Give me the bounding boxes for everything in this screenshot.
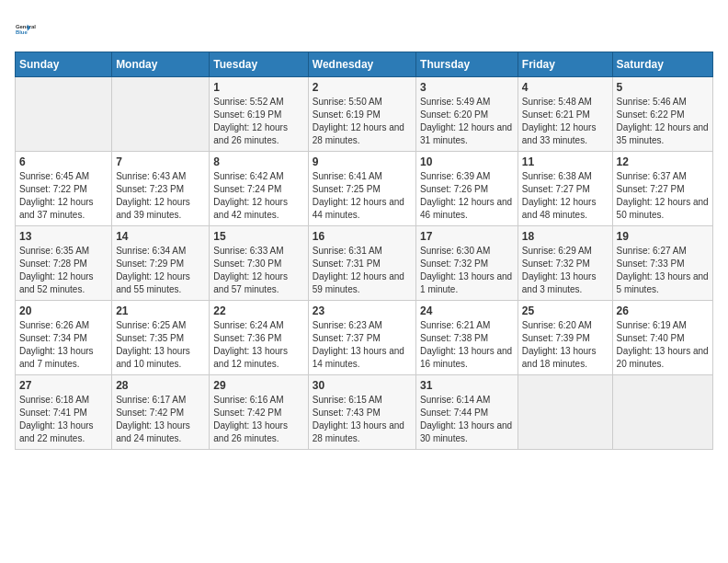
day-info: Sunrise: 5:46 AMSunset: 6:22 PMDaylight:… [617, 96, 709, 147]
day-info: Sunrise: 6:31 AMSunset: 7:31 PMDaylight:… [313, 245, 412, 296]
day-info: Sunrise: 6:39 AMSunset: 7:26 PMDaylight:… [420, 170, 514, 222]
logo: General Blue [15, 15, 44, 44]
day-cell: 10Sunrise: 6:39 AMSunset: 7:26 PMDayligh… [416, 152, 518, 226]
day-info: Sunrise: 6:43 AMSunset: 7:23 PMDaylight:… [116, 170, 205, 222]
day-info: Sunrise: 6:45 AMSunset: 7:22 PMDaylight:… [19, 170, 108, 222]
day-cell: 22Sunrise: 6:24 AMSunset: 7:36 PMDayligh… [210, 301, 308, 375]
day-number: 14 [116, 230, 205, 243]
day-info: Sunrise: 6:18 AMSunset: 7:41 PMDaylight:… [19, 394, 108, 445]
day-cell: 8Sunrise: 6:42 AMSunset: 7:24 PMDaylight… [210, 152, 308, 226]
header-row: SundayMondayTuesdayWednesdayThursdayFrid… [16, 52, 713, 77]
day-number: 10 [420, 155, 514, 168]
day-cell: 31Sunrise: 6:14 AMSunset: 7:44 PMDayligh… [416, 375, 518, 450]
day-info: Sunrise: 5:52 AMSunset: 6:19 PMDaylight:… [213, 96, 303, 147]
day-info: Sunrise: 6:19 AMSunset: 7:40 PMDaylight:… [617, 319, 709, 371]
day-cell: 30Sunrise: 6:15 AMSunset: 7:43 PMDayligh… [308, 375, 415, 450]
day-info: Sunrise: 6:33 AMSunset: 7:30 PMDaylight:… [213, 245, 303, 296]
header-cell-friday: Friday [518, 52, 612, 77]
day-cell: 23Sunrise: 6:23 AMSunset: 7:37 PMDayligh… [308, 301, 415, 375]
day-number: 24 [420, 304, 514, 317]
day-number: 23 [313, 304, 412, 317]
day-info: Sunrise: 6:30 AMSunset: 7:32 PMDaylight:… [420, 245, 514, 296]
day-cell: 3Sunrise: 5:49 AMSunset: 6:20 PMDaylight… [416, 77, 518, 152]
day-info: Sunrise: 6:26 AMSunset: 7:34 PMDaylight:… [19, 319, 108, 371]
day-info: Sunrise: 6:42 AMSunset: 7:24 PMDaylight:… [213, 170, 303, 222]
day-info: Sunrise: 5:49 AMSunset: 6:20 PMDaylight:… [420, 96, 514, 147]
day-cell: 9Sunrise: 6:41 AMSunset: 7:25 PMDaylight… [308, 152, 415, 226]
day-info: Sunrise: 6:38 AMSunset: 7:27 PMDaylight:… [522, 170, 609, 222]
day-cell: 17Sunrise: 6:30 AMSunset: 7:32 PMDayligh… [416, 226, 518, 301]
day-number: 1 [213, 81, 303, 94]
day-cell: 25Sunrise: 6:20 AMSunset: 7:39 PMDayligh… [518, 301, 612, 375]
day-cell [112, 77, 210, 152]
week-row-2: 6Sunrise: 6:45 AMSunset: 7:22 PMDaylight… [16, 152, 713, 226]
day-number: 29 [213, 379, 303, 392]
day-info: Sunrise: 6:16 AMSunset: 7:42 PMDaylight:… [213, 394, 303, 445]
day-cell: 4Sunrise: 5:48 AMSunset: 6:21 PMDaylight… [518, 77, 612, 152]
day-info: Sunrise: 6:41 AMSunset: 7:25 PMDaylight:… [313, 170, 412, 222]
week-row-4: 20Sunrise: 6:26 AMSunset: 7:34 PMDayligh… [16, 301, 713, 375]
day-number: 28 [116, 379, 205, 392]
day-cell: 16Sunrise: 6:31 AMSunset: 7:31 PMDayligh… [308, 226, 415, 301]
day-number: 5 [617, 81, 709, 94]
header-cell-thursday: Thursday [416, 52, 518, 77]
day-cell: 24Sunrise: 6:21 AMSunset: 7:38 PMDayligh… [416, 301, 518, 375]
day-info: Sunrise: 6:21 AMSunset: 7:38 PMDaylight:… [420, 319, 514, 371]
day-cell: 15Sunrise: 6:33 AMSunset: 7:30 PMDayligh… [210, 226, 308, 301]
day-number: 11 [522, 155, 609, 168]
svg-text:General: General [16, 24, 36, 29]
day-number: 2 [313, 81, 412, 94]
day-info: Sunrise: 6:27 AMSunset: 7:33 PMDaylight:… [617, 245, 709, 296]
day-cell: 14Sunrise: 6:34 AMSunset: 7:29 PMDayligh… [112, 226, 210, 301]
header-cell-sunday: Sunday [16, 52, 112, 77]
day-number: 17 [420, 230, 514, 243]
day-info: Sunrise: 6:29 AMSunset: 7:32 PMDaylight:… [522, 245, 609, 296]
day-number: 22 [213, 304, 303, 317]
day-cell [612, 375, 712, 450]
day-cell: 29Sunrise: 6:16 AMSunset: 7:42 PMDayligh… [210, 375, 308, 450]
day-number: 13 [19, 230, 108, 243]
day-number: 26 [617, 304, 709, 317]
day-cell: 12Sunrise: 6:37 AMSunset: 7:27 PMDayligh… [612, 152, 712, 226]
day-number: 31 [420, 379, 514, 392]
day-cell: 27Sunrise: 6:18 AMSunset: 7:41 PMDayligh… [16, 375, 112, 450]
day-cell: 7Sunrise: 6:43 AMSunset: 7:23 PMDaylight… [112, 152, 210, 226]
day-cell [518, 375, 612, 450]
day-cell: 28Sunrise: 6:17 AMSunset: 7:42 PMDayligh… [112, 375, 210, 450]
day-cell: 19Sunrise: 6:27 AMSunset: 7:33 PMDayligh… [612, 226, 712, 301]
day-number: 21 [116, 304, 205, 317]
day-info: Sunrise: 6:24 AMSunset: 7:36 PMDaylight:… [213, 319, 303, 371]
day-number: 19 [617, 230, 709, 243]
day-cell: 13Sunrise: 6:35 AMSunset: 7:28 PMDayligh… [16, 226, 112, 301]
header-cell-wednesday: Wednesday [308, 52, 415, 77]
day-number: 16 [313, 230, 412, 243]
day-number: 18 [522, 230, 609, 243]
day-cell: 11Sunrise: 6:38 AMSunset: 7:27 PMDayligh… [518, 152, 612, 226]
day-info: Sunrise: 6:15 AMSunset: 7:43 PMDaylight:… [313, 394, 412, 445]
day-cell [16, 77, 112, 152]
day-number: 9 [313, 155, 412, 168]
day-number: 27 [19, 379, 108, 392]
day-info: Sunrise: 6:17 AMSunset: 7:42 PMDaylight:… [116, 394, 205, 445]
day-number: 8 [213, 155, 303, 168]
day-number: 20 [19, 304, 108, 317]
day-info: Sunrise: 6:35 AMSunset: 7:28 PMDaylight:… [19, 245, 108, 296]
day-info: Sunrise: 6:34 AMSunset: 7:29 PMDaylight:… [116, 245, 205, 296]
day-number: 12 [617, 155, 709, 168]
week-row-5: 27Sunrise: 6:18 AMSunset: 7:41 PMDayligh… [16, 375, 713, 450]
day-info: Sunrise: 6:20 AMSunset: 7:39 PMDaylight:… [522, 319, 609, 371]
day-cell: 18Sunrise: 6:29 AMSunset: 7:32 PMDayligh… [518, 226, 612, 301]
day-cell: 20Sunrise: 6:26 AMSunset: 7:34 PMDayligh… [16, 301, 112, 375]
day-number: 15 [213, 230, 303, 243]
page-header: General Blue [15, 15, 713, 44]
day-info: Sunrise: 6:37 AMSunset: 7:27 PMDaylight:… [617, 170, 709, 222]
day-cell: 5Sunrise: 5:46 AMSunset: 6:22 PMDaylight… [612, 77, 712, 152]
day-number: 7 [116, 155, 205, 168]
week-row-1: 1Sunrise: 5:52 AMSunset: 6:19 PMDaylight… [16, 77, 713, 152]
calendar-table: SundayMondayTuesdayWednesdayThursdayFrid… [15, 52, 713, 450]
logo-icon: General Blue [15, 15, 44, 44]
header-cell-monday: Monday [112, 52, 210, 77]
day-number: 6 [19, 155, 108, 168]
svg-text:Blue: Blue [16, 29, 28, 35]
header-cell-tuesday: Tuesday [210, 52, 308, 77]
